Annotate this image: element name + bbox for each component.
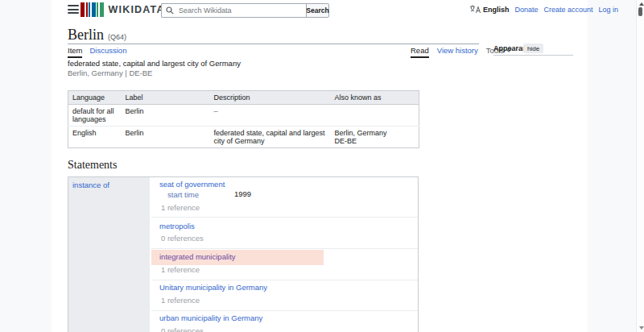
qualifier-property-link[interactable]: start time [167, 191, 199, 199]
statement-divider [151, 310, 418, 311]
statement-value-link[interactable]: seat of government [159, 181, 225, 189]
qualifier-value: 1999 [234, 190, 251, 198]
col-header-language: Language [68, 91, 122, 105]
cell-label: Berlin [122, 127, 210, 148]
statement-divider [151, 217, 418, 218]
donate-link[interactable]: Donate [515, 6, 539, 14]
logo-wordmark: WIKIDATA [109, 4, 165, 15]
scrollbar-down-arrow-icon[interactable] [639, 326, 644, 330]
cell-aliases [331, 105, 419, 127]
references-toggle[interactable]: 0 references [161, 327, 204, 332]
cell-label: Berlin [122, 105, 210, 127]
table-row: English Berlin federated state, capital … [68, 127, 419, 148]
namespace-tabs: Item Discussion [68, 46, 126, 58]
statement-value-link[interactable]: Unitary municipality in Germany [159, 284, 267, 292]
wikidata-logo-icon [80, 2, 104, 17]
references-toggle[interactable]: 1 reference [161, 266, 200, 274]
col-header-label: Label [122, 91, 210, 105]
references-toggle[interactable]: 0 references [161, 234, 204, 243]
scrollbar-thumb[interactable] [638, 7, 642, 16]
header-user-links: English Donate Create account Log in [470, 5, 618, 14]
search-icon [166, 6, 174, 15]
wikidata-logo[interactable]: WIKIDATA [80, 2, 165, 17]
language-icon [470, 5, 481, 14]
page-content: WIKIDATA Search English Donate Cr [52, 0, 588, 332]
cell-language: default for all languages [68, 105, 122, 127]
cell-description: – [210, 105, 331, 127]
title-divider [68, 44, 479, 44]
language-button[interactable]: English [470, 5, 510, 14]
statement-value-link[interactable]: urban municipality in Germany [159, 314, 262, 322]
statement-value-link[interactable]: metropolis [159, 222, 195, 230]
title-row: Berlin (Q64) [68, 27, 126, 44]
cell-language: English [68, 127, 122, 148]
cell-aliases: Berlin, Germany DE-BE [331, 127, 419, 148]
tab-item[interactable]: Item [68, 46, 82, 58]
references-toggle[interactable]: 1 reference [161, 297, 200, 305]
search-button[interactable]: Search [306, 3, 329, 18]
login-link[interactable]: Log in [599, 6, 619, 14]
statements-heading: Statements [68, 159, 117, 172]
hamburger-icon [68, 5, 79, 14]
entity-id: (Q64) [108, 33, 126, 41]
page-title: Berlin [68, 27, 104, 44]
col-header-description: Description [210, 91, 331, 105]
language-label: English [483, 6, 510, 14]
appearance-divider [493, 55, 573, 56]
terms-header-row: Language Label Description Also known as [68, 91, 419, 105]
references-toggle[interactable]: 1 reference [161, 204, 200, 212]
terms-table: Language Label Description Also known as… [68, 90, 419, 148]
appearance-hide-button[interactable]: hide [523, 44, 543, 53]
alias-line: DE-BE [335, 137, 415, 145]
entity-description: federated state, capital and largest cit… [68, 59, 241, 68]
create-account-link[interactable]: Create account [544, 6, 593, 14]
entity-aliases: Berlin, Germany | DE-BE [68, 68, 152, 77]
statement-divider [151, 248, 418, 249]
col-header-also-known-as: Also known as [331, 91, 419, 105]
scrollbar-up-arrow-icon[interactable] [639, 2, 644, 6]
alias-line: Berlin, Germany [335, 129, 415, 137]
tab-discussion[interactable]: Discussion [89, 46, 126, 55]
property-link-instance-of[interactable]: instance of [72, 181, 109, 189]
table-row: default for all languages Berlin – [68, 105, 419, 127]
search-box[interactable] [161, 3, 307, 18]
cell-description: federated state, capital and largest cit… [210, 127, 331, 148]
main-menu-button[interactable] [68, 5, 79, 15]
tab-read[interactable]: Read [411, 46, 429, 58]
statement-divider [151, 280, 418, 280]
property-column: instance of [68, 177, 150, 332]
vertical-scrollbar[interactable] [636, 0, 644, 332]
statement-group: instance of seat of government start tim… [68, 176, 419, 332]
tab-view-history[interactable]: View history [437, 46, 478, 55]
search-input[interactable] [177, 6, 307, 15]
statement-value-link[interactable]: integrated municipality [159, 253, 236, 261]
